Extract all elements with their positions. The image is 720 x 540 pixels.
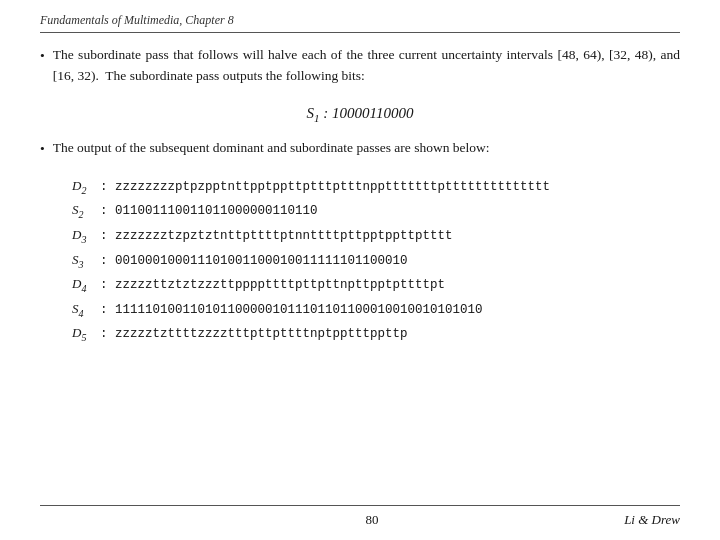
formula-value: : 10000110000 [320,105,414,121]
data-lines: D2 : zzzzzzzzptpzpptnttpptppttptttptttnp… [72,176,680,345]
data-line-d3: D3 : zzzzzzztzpztztnttpttttptnnttttpttpp… [72,225,680,247]
var-d2: D2 [72,176,100,198]
data-line-d4: D4 : zzzzzttztztzzzttppppttttpttpttnpttp… [72,274,680,296]
content-area: • The subordinate pass that follows will… [40,45,680,505]
val-s4: : 11111010011010110000010111011011000100… [100,301,483,320]
bullet-2: • The output of the subsequent dominant … [40,138,680,160]
val-d4: : zzzzzttztztzzzttppppttttpttpttnpttpptp… [100,276,445,295]
data-line-s3: S3 : 00100010001110100110001001111110110… [72,250,680,272]
val-s2: : 011001110011011000000110110 [100,202,318,221]
header-title: Fundamentals of Multimedia, Chapter 8 [40,13,234,27]
data-line-s2: S2 : 011001110011011000000110110 [72,200,680,222]
val-d2: : zzzzzzzzptpzpptnttpptppttptttptttnpptt… [100,178,550,197]
var-s3: S3 [72,250,100,272]
data-line-s4: S4 : 11111010011010110000010111011011000… [72,299,680,321]
bullet-1: • The subordinate pass that follows will… [40,45,680,87]
var-d5: D5 [72,323,100,345]
footer-page: 80 [120,512,624,528]
var-s4: S4 [72,299,100,321]
header: Fundamentals of Multimedia, Chapter 8 [40,12,680,33]
bullet-text-1: The subordinate pass that follows will h… [53,45,680,87]
data-line-d5: D5 : zzzzztzttttzzzztttpttpttttnptpptttp… [72,323,680,345]
page-container: Fundamentals of Multimedia, Chapter 8 • … [0,0,720,540]
val-d3: : zzzzzzztzpztztnttpttttptnnttttpttpptpp… [100,227,453,246]
val-d5: : zzzzztzttttzzzztttpttpttttnptpptttpptt… [100,325,408,344]
formula-var: S [307,105,315,121]
data-line-d2: D2 : zzzzzzzzptpzpptnttpptppttptttptttnp… [72,176,680,198]
bullet-symbol-1: • [40,46,45,67]
var-d4: D4 [72,274,100,296]
bullet-text-2: The output of the subsequent dominant an… [53,138,490,159]
var-d3: D3 [72,225,100,247]
footer-right: Li & Drew [624,512,680,528]
footer: 80 Li & Drew [40,505,680,528]
var-s2: S2 [72,200,100,222]
formula-s1: S1 : 10000110000 [40,105,680,124]
val-s3: : 00100010001110100110001001111110110001… [100,252,408,271]
bullet-symbol-2: • [40,139,45,160]
